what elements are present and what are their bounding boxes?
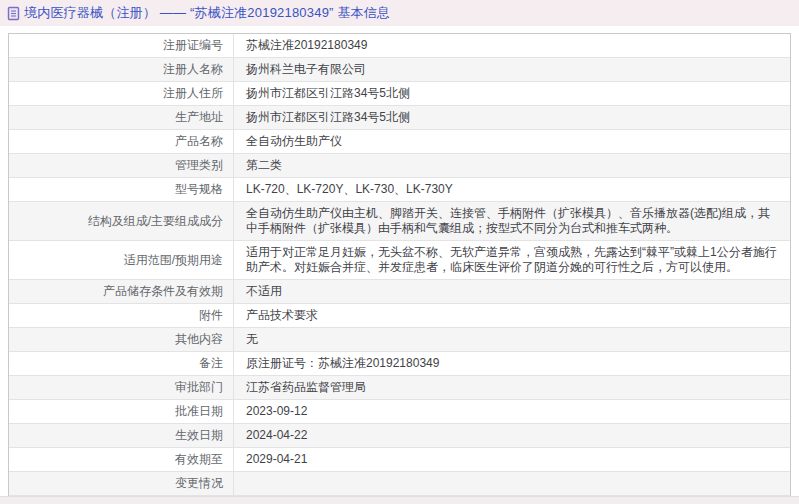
row-value: 全自动仿生助产仪由主机、脚踏开关、连接管、手柄附件（扩张模具）、音乐播放器(选配… bbox=[233, 202, 790, 240]
row-label: 生效日期 bbox=[9, 424, 233, 447]
row-label: 型号规格 bbox=[9, 178, 233, 201]
row-value: 2024-04-22 bbox=[233, 424, 790, 447]
table-row-approval-date: 批准日期 2023-09-12 bbox=[9, 400, 790, 424]
table-row-composition: 结构及组成/主要组成成分 全自动仿生助产仪由主机、脚踏开关、连接管、手柄附件（扩… bbox=[9, 202, 790, 241]
row-value: 全自动仿生助产仪 bbox=[233, 130, 790, 153]
row-value: 2023-09-12 bbox=[233, 400, 790, 423]
row-label: 其他内容 bbox=[9, 328, 233, 351]
page-title: 境内医疗器械（注册） —— “苏械注准20192180349” 基本信息 bbox=[24, 4, 390, 22]
table-row-model-spec: 型号规格 LK-720、LK-720Y、LK-730、LK-730Y bbox=[9, 178, 790, 202]
row-value: 扬州市江都区引江路34号5北侧 bbox=[233, 82, 790, 105]
row-label: 生产地址 bbox=[9, 106, 233, 129]
row-value: 江苏省药品监督管理局 bbox=[233, 376, 790, 399]
row-value: 苏械注准20192180349 bbox=[233, 34, 790, 57]
table-row-effective-date: 生效日期 2024-04-22 bbox=[9, 424, 790, 448]
row-label: 结构及组成/主要组成成分 bbox=[9, 210, 233, 233]
row-label: 适用范围/预期用途 bbox=[9, 249, 233, 272]
table-row-registrant-address: 注册人住所 扬州市江都区引江路34号5北侧 bbox=[9, 82, 790, 106]
row-value: 适用于对正常足月妊娠，无头盆不称、无软产道异常，宫颈成熟，先露达到“棘平”或棘上… bbox=[233, 241, 790, 279]
row-value: 原注册证号：苏械注准20192180349 bbox=[233, 352, 790, 375]
row-label: 管理类别 bbox=[9, 154, 233, 177]
table-row-management-class: 管理类别 第二类 bbox=[9, 154, 790, 178]
row-label: 注册人住所 bbox=[9, 82, 233, 105]
row-label: 产品名称 bbox=[9, 130, 233, 153]
row-value: 产品技术要求 bbox=[233, 304, 790, 327]
row-value: 第二类 bbox=[233, 154, 790, 177]
row-label: 批准日期 bbox=[9, 400, 233, 423]
row-value bbox=[233, 472, 790, 495]
table-row-other-content: 其他内容 无 bbox=[9, 328, 790, 352]
row-value: 不适用 bbox=[233, 280, 790, 303]
row-label: 产品储存条件及有效期 bbox=[9, 280, 233, 303]
row-label: 备注 bbox=[9, 352, 233, 375]
row-label: 审批部门 bbox=[9, 376, 233, 399]
table-row-registrant-name: 注册人名称 扬州科兰电子有限公司 bbox=[9, 58, 790, 82]
row-value: 2029-04-21 bbox=[233, 448, 790, 471]
table-row-change-status: 变更情况 bbox=[9, 472, 790, 496]
row-label: 注册证编号 bbox=[9, 34, 233, 57]
footer-bar bbox=[0, 496, 799, 504]
document-icon bbox=[7, 6, 20, 21]
row-value: LK-720、LK-720Y、LK-730、LK-730Y bbox=[233, 178, 790, 201]
row-value: 无 bbox=[233, 328, 790, 351]
table-row-intended-use: 适用范围/预期用途 适用于对正常足月妊娠，无头盆不称、无软产道异常，宫颈成熟，先… bbox=[9, 241, 790, 280]
table-row-approval-department: 审批部门 江苏省药品监督管理局 bbox=[9, 376, 790, 400]
table-row-attachment: 附件 产品技术要求 bbox=[9, 304, 790, 328]
table-row-product-name: 产品名称 全自动仿生助产仪 bbox=[9, 130, 790, 154]
page-header: 境内医疗器械（注册） —— “苏械注准20192180349” 基本信息 bbox=[0, 0, 799, 26]
table-row-storage-validity: 产品储存条件及有效期 不适用 bbox=[9, 280, 790, 304]
row-value: 扬州科兰电子有限公司 bbox=[233, 58, 790, 81]
row-label: 注册人名称 bbox=[9, 58, 233, 81]
table-row-expiry-date: 有效期至 2029-04-21 bbox=[9, 448, 790, 472]
registration-info-table: 注册证编号 苏械注准20192180349 注册人名称 扬州科兰电子有限公司 注… bbox=[8, 33, 791, 504]
row-label: 变更情况 bbox=[9, 472, 233, 495]
row-label: 有效期至 bbox=[9, 448, 233, 471]
row-value: 扬州市江都区引江路34号5北侧 bbox=[233, 106, 790, 129]
table-row-reg-number: 注册证编号 苏械注准20192180349 bbox=[9, 34, 790, 58]
table-row-remark: 备注 原注册证号：苏械注准20192180349 bbox=[9, 352, 790, 376]
table-row-production-address: 生产地址 扬州市江都区引江路34号5北侧 bbox=[9, 106, 790, 130]
row-label: 附件 bbox=[9, 304, 233, 327]
